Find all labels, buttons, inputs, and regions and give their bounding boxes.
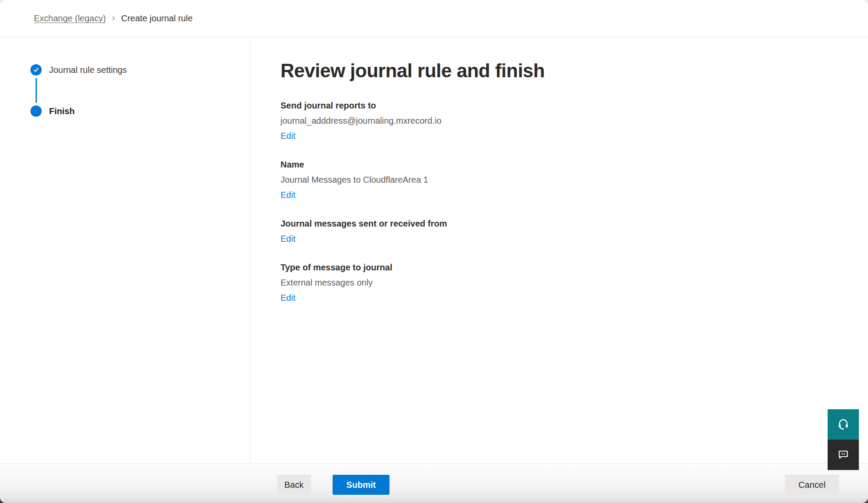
edit-message-type-link[interactable]: Edit: [281, 290, 295, 306]
submit-button[interactable]: Submit: [333, 475, 389, 495]
section-value: journal_adddress@journaling.mxrecord.io: [281, 113, 842, 128]
review-section-send-journal-reports-to: Send journal reports to journal_adddress…: [281, 98, 842, 144]
section-value: External messages only: [281, 275, 842, 290]
breadcrumb-current-page: Create journal rule: [121, 13, 193, 23]
review-pane: Review journal rule and finish Send jour…: [251, 37, 868, 463]
section-label: Journal messages sent or received from: [281, 216, 842, 231]
wizard-step-label[interactable]: Finish: [49, 106, 75, 116]
back-button[interactable]: Back: [277, 475, 311, 495]
wizard-steps-panel: Journal rule settings Finish: [0, 37, 251, 463]
review-section-name: Name Journal Messages to CloudflareArea …: [281, 157, 842, 203]
wizard-body: Journal rule settings Finish Review jour…: [0, 37, 868, 463]
wizard-step-label[interactable]: Journal rule settings: [49, 65, 127, 75]
step-completed-check-icon: [30, 64, 42, 76]
cancel-button[interactable]: Cancel: [785, 475, 839, 495]
breadcrumb-exchange-legacy[interactable]: Exchange (legacy): [34, 13, 106, 23]
headset-icon: [836, 417, 850, 432]
create-journal-rule-wizard: Exchange (legacy) › Create journal rule …: [0, 0, 868, 503]
review-section-message-type: Type of message to journal External mess…: [281, 260, 842, 306]
wizard-step-journal-rule-settings[interactable]: Journal rule settings: [30, 64, 250, 76]
breadcrumb: Exchange (legacy) › Create journal rule: [34, 13, 193, 23]
top-bar: Exchange (legacy) › Create journal rule: [0, 0, 868, 37]
edit-journal-scope-link[interactable]: Edit: [281, 231, 295, 247]
page-title: Review journal rule and finish: [281, 60, 842, 82]
support-button[interactable]: [828, 409, 859, 440]
section-label: Name: [281, 157, 842, 172]
review-section-journal-messages-scope: Journal messages sent or received from E…: [281, 216, 842, 247]
step-current-dot-icon: [30, 105, 42, 117]
wizard-footer: Back Submit Cancel: [0, 463, 868, 503]
feedback-button[interactable]: [828, 440, 859, 470]
section-label: Send journal reports to: [281, 98, 842, 113]
step-connector-line: [36, 78, 37, 103]
section-label: Type of message to journal: [281, 260, 842, 275]
chevron-right-icon: ›: [112, 13, 115, 23]
wizard-step-finish[interactable]: Finish: [30, 105, 250, 117]
feedback-icon: [837, 448, 850, 462]
edit-name-link[interactable]: Edit: [281, 187, 295, 203]
section-value: Journal Messages to CloudflareArea 1: [281, 172, 842, 187]
edit-send-journal-reports-link[interactable]: Edit: [281, 128, 295, 144]
help-feedback-stack: [828, 409, 859, 470]
